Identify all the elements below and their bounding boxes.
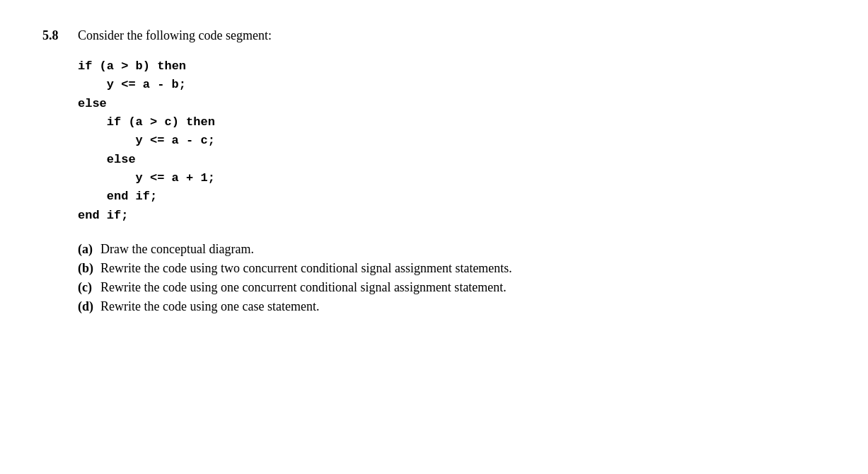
questions-list: (a) Draw the conceptual diagram. (b) Rew… [78,242,826,314]
problem-header: 5.8 Consider the following code segment: [42,28,826,43]
question-text-a: Draw the conceptual diagram. [100,242,826,257]
code-block: if (a > b) then y <= a - b; else if (a >… [78,57,826,225]
question-item-b: (b) Rewrite the code using two concurren… [78,261,826,276]
code-line-8: end if; [78,187,826,206]
question-item-d: (d) Rewrite the code using one case stat… [78,299,826,314]
question-label-d: (d) [78,299,100,314]
code-line-7: y <= a + 1; [78,169,826,187]
code-line-6: else [78,151,826,169]
question-item-a: (a) Draw the conceptual diagram. [78,242,826,257]
question-label-b: (b) [78,261,100,276]
question-text-c: Rewrite the code using one concurrent co… [100,280,826,295]
question-label-c: (c) [78,280,100,295]
code-line-3: else [78,95,826,113]
question-label-a: (a) [78,242,100,257]
code-line-5: y <= a - c; [78,132,826,150]
question-text-b: Rewrite the code using two concurrent co… [100,261,826,276]
question-text-d: Rewrite the code using one case statemen… [100,299,826,314]
code-line-9: end if; [78,207,826,225]
code-line-2: y <= a - b; [78,76,826,94]
code-line-4: if (a > c) then [78,113,826,132]
problem-description: Consider the following code segment: [78,28,272,43]
code-line-1: if (a > b) then [78,57,826,76]
question-item-c: (c) Rewrite the code using one concurren… [78,280,826,295]
problem-number: 5.8 [42,28,78,43]
